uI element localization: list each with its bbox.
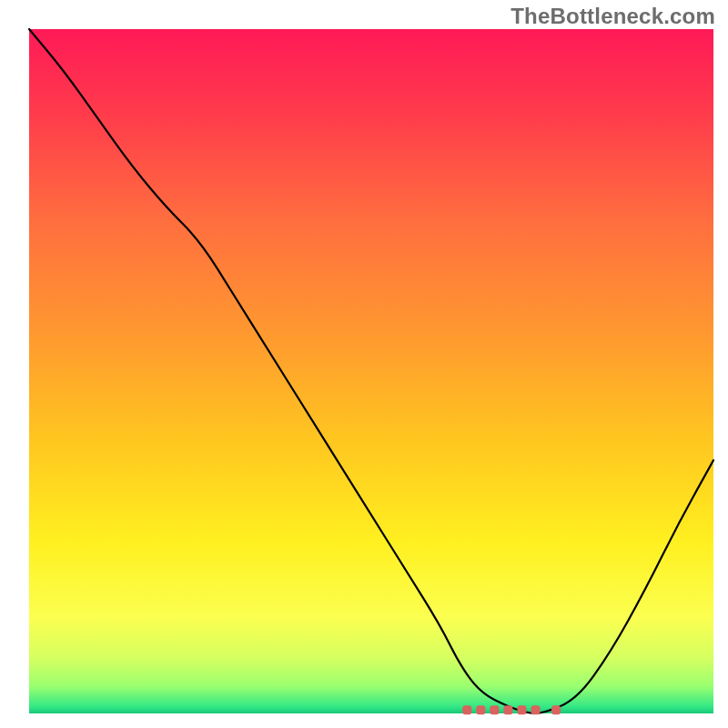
marker-dot [503,705,512,714]
marker-dot [490,705,499,714]
chart-frame: TheBottleneck.com [0,0,728,728]
marker-dot [476,705,485,714]
watermark-text: TheBottleneck.com [511,4,715,29]
marker-dot [531,705,540,714]
marker-dot [462,705,471,714]
marker-dot [517,705,526,714]
plot-background [29,29,713,713]
marker-dot [551,705,561,714]
bottleneck-chart [0,0,728,728]
